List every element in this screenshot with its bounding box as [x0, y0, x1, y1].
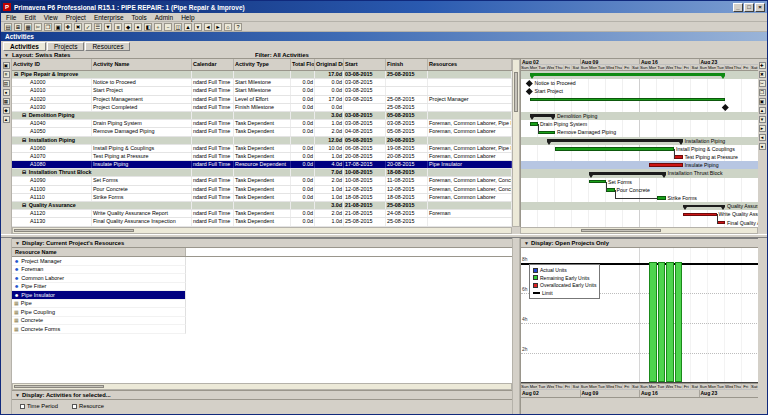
- table-row[interactable]: A1020Project Managementndard Full TimeLe…: [12, 96, 512, 104]
- column-header-float[interactable]: Total Float: [291, 59, 315, 70]
- resource-name-column-header[interactable]: Resource Name: [12, 248, 186, 256]
- table-row[interactable]: A1060Install Piping & Couplingsndard Ful…: [12, 145, 512, 153]
- resources-icon[interactable]: ●: [134, 23, 142, 31]
- resource-horizontal-scrollbar[interactable]: [12, 383, 512, 390]
- scrollbar-thumb[interactable]: [514, 72, 518, 112]
- move-up-icon[interactable]: ▲: [759, 107, 766, 114]
- column-header-type[interactable]: Activity Type: [234, 59, 291, 70]
- table-row[interactable]: ⊟ Installation Piping12.0d05-08-201520-0…: [12, 137, 512, 145]
- histogram-bar[interactable]: [649, 262, 657, 382]
- column-header-duration[interactable]: Original Duration: [315, 59, 344, 70]
- resource-row[interactable]: ▦Concrete: [12, 317, 186, 326]
- risks-view-icon[interactable]: ▲: [3, 116, 10, 123]
- table-row[interactable]: ⊟ Demolition Piping3.0d03-08-201505-08-2…: [12, 112, 512, 120]
- menu-item-help[interactable]: Help: [181, 14, 194, 21]
- assign-resource-icon[interactable]: ●: [759, 143, 766, 150]
- gantt-horizontal-scrollbar[interactable]: [520, 227, 758, 234]
- help-icon[interactable]: ?: [234, 23, 242, 31]
- gantt-summary-bar[interactable]: [530, 73, 726, 76]
- gantt-milestone[interactable]: [526, 88, 532, 94]
- wbs-view-icon[interactable]: ≡: [3, 71, 10, 78]
- tab-resources[interactable]: Resources: [85, 42, 130, 51]
- column-header-id[interactable]: Activity ID: [12, 59, 92, 70]
- gantt-summary-bar[interactable]: [547, 139, 683, 142]
- resource-row[interactable]: ☻Pipe Fitter: [12, 283, 186, 292]
- column-header-start[interactable]: Start: [344, 59, 386, 70]
- histogram-bar[interactable]: [666, 262, 674, 382]
- table-row[interactable]: A1110Strike Formsndard Full TimeTask Dep…: [12, 194, 512, 202]
- gantt-summary-bar[interactable]: [530, 114, 556, 117]
- columns-icon[interactable]: ☰: [94, 23, 102, 31]
- bottom-vertical-divider[interactable]: [512, 238, 520, 414]
- resource-row[interactable]: ▦Pipe: [12, 300, 186, 309]
- collapse-icon[interactable]: ⊟: [14, 71, 18, 77]
- zoom-out-icon[interactable]: －: [164, 23, 172, 31]
- column-header-finish[interactable]: Finish: [386, 59, 428, 70]
- collapse-icon[interactable]: ⊟: [22, 137, 26, 143]
- zoom-in-icon[interactable]: ＋: [154, 23, 162, 31]
- copy-icon[interactable]: ❐: [44, 23, 52, 31]
- menu-item-project[interactable]: Project: [66, 14, 86, 21]
- paste-row-icon[interactable]: ▣: [759, 98, 766, 105]
- resource-row[interactable]: ☻Project Manager: [12, 257, 186, 266]
- expand-icon[interactable]: ▲: [184, 23, 192, 31]
- forward-icon[interactable]: ►: [214, 23, 222, 31]
- collapse-icon[interactable]: ⊟: [22, 169, 26, 175]
- projects-view-icon[interactable]: ▣: [3, 62, 10, 69]
- gantt-milestone[interactable]: [526, 80, 532, 86]
- menu-item-tools[interactable]: Tools: [132, 14, 147, 21]
- reports-view-icon[interactable]: ▦: [3, 98, 10, 105]
- table-row[interactable]: A1030Project Completedndard Full TimeFin…: [12, 104, 512, 112]
- gantt-bar[interactable]: [606, 188, 615, 192]
- progress-icon[interactable]: ◧: [144, 23, 152, 31]
- schedule-icon[interactable]: ✓: [84, 23, 92, 31]
- gantt-bar[interactable]: [649, 163, 683, 167]
- histogram-timescale-days[interactable]: SunMonTueWedThuFriSatSunMonTueWedThuFriS…: [521, 383, 758, 390]
- relationships-icon[interactable]: ◆: [124, 23, 132, 31]
- paste-icon[interactable]: ▣: [54, 23, 62, 31]
- close-button[interactable]: ×: [755, 3, 765, 12]
- table-row[interactable]: A1120Write Quality Assurance Reportndard…: [12, 210, 512, 218]
- menu-item-file[interactable]: File: [6, 14, 16, 21]
- table-horizontal-scrollbar[interactable]: [12, 227, 512, 234]
- tab-projects[interactable]: Projects: [47, 42, 84, 51]
- histogram-panel-header[interactable]: ▼ Display: Open Projects Only: [521, 239, 758, 248]
- column-header-name[interactable]: Activity Name: [92, 59, 192, 70]
- back-icon[interactable]: ◄: [204, 23, 212, 31]
- resource-row[interactable]: ☻Foreman: [12, 266, 186, 275]
- resource-row[interactable]: ▦Concrete Forms: [12, 325, 186, 334]
- table-row[interactable]: A1100Pour Concretendard Full TimeTask De…: [12, 186, 512, 194]
- gantt-bar[interactable]: [683, 213, 717, 217]
- minimize-button[interactable]: _: [733, 3, 743, 12]
- menu-item-enterprise[interactable]: Enterprise: [94, 14, 124, 21]
- table-row[interactable]: ⊟ Quality Assurance3.0d21-08-201525-08-2…: [12, 202, 512, 210]
- assignments-view-icon[interactable]: ●: [3, 89, 10, 96]
- checkbox[interactable]: [72, 404, 77, 409]
- histogram-bar[interactable]: [675, 262, 683, 382]
- open-icon[interactable]: ⊞: [14, 23, 22, 31]
- resource-panel-header[interactable]: ▼ Display: Current Project's Resources: [12, 239, 512, 248]
- histogram-bar[interactable]: [658, 262, 666, 382]
- indent-icon[interactable]: ►: [759, 125, 766, 132]
- gantt-bar[interactable]: [538, 131, 555, 135]
- add-icon[interactable]: ✚: [64, 23, 72, 31]
- gantt-bar[interactable]: [657, 196, 666, 200]
- gantt-milestone[interactable]: [722, 104, 728, 110]
- print-icon[interactable]: ▦: [24, 23, 32, 31]
- gantt-bar[interactable]: [674, 155, 683, 159]
- column-header-calendar[interactable]: Calendar: [192, 59, 234, 70]
- table-row[interactable]: A1080Insulate Pipingndard Full TimeResou…: [12, 161, 512, 169]
- table-row[interactable]: A1010Start Projectndard Full TimeStart M…: [12, 87, 512, 95]
- table-row[interactable]: A1040Drain Piping Systemndard Full TimeT…: [12, 120, 512, 128]
- delete-icon[interactable]: ✖: [74, 23, 82, 31]
- outdent-icon[interactable]: ◄: [759, 134, 766, 141]
- copy-row-icon[interactable]: ❐: [759, 89, 766, 96]
- group-sort-icon[interactable]: ≡: [114, 23, 122, 31]
- filters-icon[interactable]: ▼: [104, 23, 112, 31]
- tracking-view-icon[interactable]: ◆: [3, 107, 10, 114]
- collapse-icon[interactable]: ⊟: [22, 202, 26, 208]
- histogram-timescale-weeks[interactable]: Aug 02Aug 09Aug 16Aug 23: [521, 390, 758, 398]
- delete-activity-icon[interactable]: ✖: [759, 71, 766, 78]
- gantt-summary-bar[interactable]: [589, 172, 666, 175]
- home-icon[interactable]: ⌂: [224, 23, 232, 31]
